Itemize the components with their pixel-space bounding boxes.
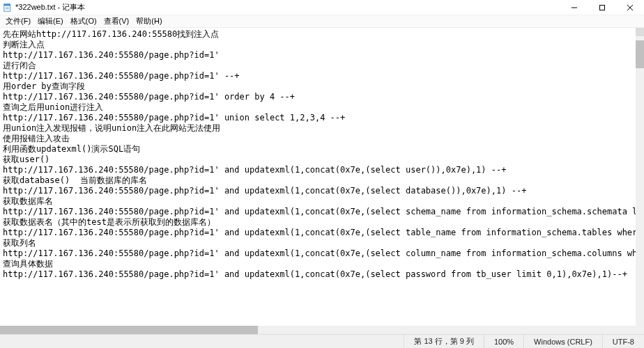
svg-rect-5 — [600, 5, 605, 10]
minimize-button[interactable] — [560, 0, 588, 15]
window-controls — [560, 0, 644, 15]
menubar: 文件(F) 编辑(E) 格式(O) 查看(V) 帮助(H) — [0, 15, 644, 28]
menu-view[interactable]: 查看(V) — [101, 16, 132, 26]
scroll-up-arrow[interactable] — [636, 28, 644, 36]
svg-rect-1 — [4, 3, 10, 6]
content-area: 先在网站http://117.167.136.240:55580找到注入点 判断… — [0, 28, 644, 326]
maximize-button[interactable] — [588, 0, 616, 15]
window-title: *322web.txt - 记事本 — [15, 2, 85, 13]
notepad-icon — [3, 3, 13, 13]
statusbar: 第 13 行，第 9 列 100% Windows (CRLF) UTF-8 — [0, 334, 644, 348]
titlebar-left: *322web.txt - 记事本 — [0, 2, 85, 13]
text-content[interactable]: 先在网站http://117.167.136.240:55580找到注入点 判断… — [3, 28, 636, 326]
menu-edit[interactable]: 编辑(E) — [35, 16, 66, 26]
menu-format[interactable]: 格式(O) — [68, 16, 100, 26]
close-button[interactable] — [616, 0, 644, 15]
status-encoding: UTF-8 — [602, 335, 644, 348]
horizontal-scrollbar[interactable] — [0, 326, 644, 334]
notepad-window: *322web.txt - 记事本 文件(F) 编辑(E) 格式(O) 查看(V… — [0, 0, 644, 348]
menu-help[interactable]: 帮助(H) — [133, 16, 164, 26]
status-caret: 第 13 行，第 9 列 — [404, 335, 484, 348]
status-lineend: Windows (CRLF) — [523, 335, 602, 348]
hscroll-thumb[interactable] — [0, 326, 258, 334]
titlebar: *322web.txt - 记事本 — [0, 0, 644, 15]
vscroll-thumb[interactable] — [636, 40, 644, 68]
status-zoom: 100% — [484, 335, 523, 348]
menu-file[interactable]: 文件(F) — [3, 16, 33, 26]
vertical-scrollbar[interactable] — [636, 28, 644, 326]
